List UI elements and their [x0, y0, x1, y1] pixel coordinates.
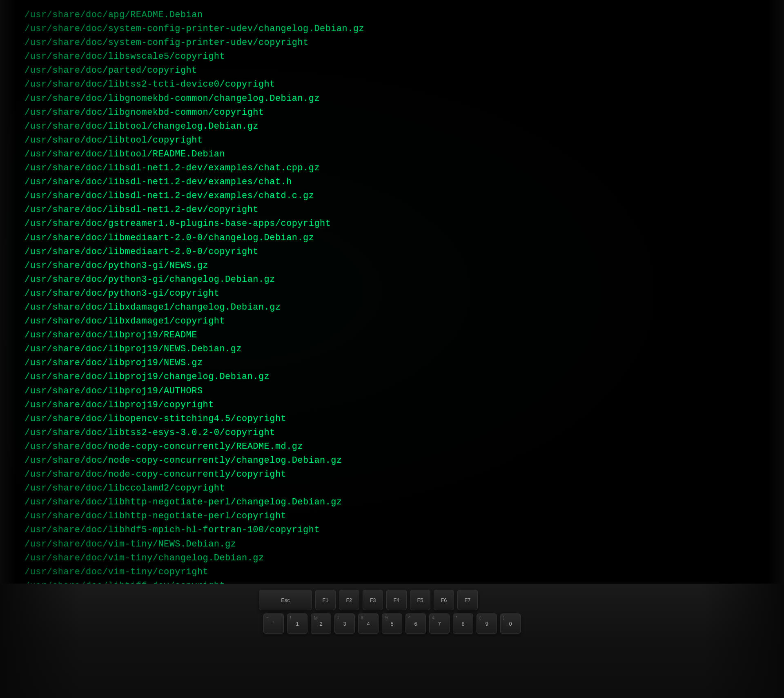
terminal-line: /usr/share/doc/libtss2-esys-3.0.2-0/copy…	[24, 426, 768, 440]
terminal-line: /usr/share/doc/libproj19/AUTHORS	[24, 384, 768, 398]
terminal-line: /usr/share/doc/libhttp-negotiate-perl/ch…	[24, 495, 768, 509]
f5-key[interactable]: F5	[410, 590, 430, 610]
terminal-line: /usr/share/doc/apg/README.Debian	[24, 8, 768, 22]
f1-key[interactable]: F1	[315, 590, 336, 610]
terminal-line: /usr/share/doc/python3-gi/changelog.Debi…	[24, 273, 768, 287]
screen-container: /usr/share/doc/apg/README.Debian/usr/sha…	[0, 0, 784, 698]
terminal-line: /usr/share/doc/libgnomekbd-common/copyri…	[24, 106, 768, 120]
4-key[interactable]: $ 4	[358, 613, 379, 634]
terminal-line: /usr/share/doc/libswscale5/copyright	[24, 50, 768, 64]
terminal-line: /usr/share/doc/libhdf5-mpich-hl-fortran-…	[24, 523, 768, 537]
keyboard-side-right	[702, 584, 784, 698]
terminal-line: /usr/share/doc/libproj19/NEWS.Debian.gz	[24, 342, 768, 356]
terminal-line: /usr/share/doc/libproj19/README	[24, 328, 768, 342]
esc-key[interactable]: Esc	[259, 590, 312, 610]
f6-key[interactable]: F6	[434, 590, 454, 610]
terminal-line: /usr/share/doc/libtss2-tcti-device0/copy…	[24, 78, 768, 91]
keyboard-side-left	[0, 584, 82, 698]
terminal-line: /usr/share/doc/parted/copyright	[24, 64, 768, 78]
backtick-key[interactable]: ~ `	[263, 613, 284, 634]
terminal-line: /usr/share/doc/libproj19/changelog.Debia…	[24, 370, 768, 384]
terminal-line: /usr/share/doc/libsdl-net1.2-dev/example…	[24, 161, 768, 175]
terminal-line: /usr/share/doc/libtool/README.Debian	[24, 147, 768, 161]
terminal-line: /usr/share/doc/gstreamer1.0-plugins-base…	[24, 217, 768, 231]
8-key[interactable]: * 8	[453, 613, 473, 634]
terminal-line: /usr/share/doc/libgnomekbd-common/change…	[24, 92, 768, 106]
terminal-line: /usr/share/doc/libccolamd2/copyright	[24, 482, 768, 495]
terminal-line: /usr/share/doc/vim-tiny/changelog.Debian…	[24, 551, 768, 565]
terminal-line: /usr/share/doc/libopencv-stitching4.5/co…	[24, 412, 768, 426]
terminal-line: /usr/share/doc/system-config-printer-ude…	[24, 22, 768, 36]
terminal-line: /usr/share/doc/libsdl-net1.2-dev/copyrig…	[24, 203, 768, 217]
terminal-line: /usr/share/doc/python3-gi/copyright	[24, 287, 768, 301]
keyboard: Esc F1 F2 F3 F4 F5 F6 F7 ~ ` ! 1	[106, 590, 678, 692]
terminal-line: /usr/share/doc/system-config-printer-ude…	[24, 36, 768, 50]
6-key[interactable]: ^ 6	[405, 613, 426, 634]
terminal-line: /usr/share/doc/libhttp-negotiate-perl/co…	[24, 509, 768, 523]
f3-key[interactable]: F3	[363, 590, 383, 610]
terminal-line: /usr/share/doc/vim-tiny/NEWS.Debian.gz	[24, 537, 768, 551]
terminal-line: /usr/share/doc/libxdamage1/changelog.Deb…	[24, 301, 768, 314]
terminal-line: /usr/share/doc/libxdamage1/copyright	[24, 314, 768, 328]
terminal-line: /usr/share/doc/node-copy-concurrently/ch…	[24, 454, 768, 468]
terminal-line: /usr/share/doc/vim-tiny/copyright	[24, 565, 768, 579]
1-key[interactable]: ! 1	[287, 613, 307, 634]
terminal-line: /usr/share/doc/libtiff-dev/copyright	[24, 579, 768, 584]
f7-key[interactable]: F7	[457, 590, 478, 610]
terminal-line: /usr/share/doc/libtool/copyright	[24, 134, 768, 147]
7-key[interactable]: & 7	[429, 613, 450, 634]
terminal-line: /usr/share/doc/python3-gi/NEWS.gz	[24, 259, 768, 273]
terminal-line: /usr/share/doc/node-copy-concurrently/RE…	[24, 440, 768, 454]
terminal-line: /usr/share/doc/libsdl-net1.2-dev/example…	[24, 175, 768, 189]
terminal-line: /usr/share/doc/libmediaart-2.0-0/copyrig…	[24, 245, 768, 259]
function-key-row: Esc F1 F2 F3 F4 F5 F6 F7	[106, 590, 678, 610]
3-key[interactable]: # 3	[334, 613, 355, 634]
terminal-line: /usr/share/doc/libproj19/NEWS.gz	[24, 356, 768, 370]
terminal-line: /usr/share/doc/libproj19/copyright	[24, 398, 768, 412]
f2-key[interactable]: F2	[339, 590, 359, 610]
terminal: /usr/share/doc/apg/README.Debian/usr/sha…	[0, 0, 784, 584]
9-key[interactable]: ( 9	[477, 613, 497, 634]
keyboard-area: Esc F1 F2 F3 F4 F5 F6 F7 ~ ` ! 1	[0, 584, 784, 698]
terminal-line: /usr/share/doc/libsdl-net1.2-dev/example…	[24, 189, 768, 203]
terminal-line: /usr/share/doc/node-copy-concurrently/co…	[24, 468, 768, 482]
2-key[interactable]: @ 2	[311, 613, 331, 634]
laptop-screen: /usr/share/doc/apg/README.Debian/usr/sha…	[0, 0, 784, 584]
terminal-line: /usr/share/doc/libtool/changelog.Debian.…	[24, 120, 768, 134]
5-key[interactable]: % 5	[382, 613, 402, 634]
f4-key[interactable]: F4	[386, 590, 407, 610]
0-key[interactable]: ) 0	[500, 613, 521, 634]
number-key-row: ~ ` ! 1 @ 2 # 3 $ 4	[106, 613, 678, 634]
terminal-line: /usr/share/doc/libmediaart-2.0-0/changel…	[24, 231, 768, 245]
